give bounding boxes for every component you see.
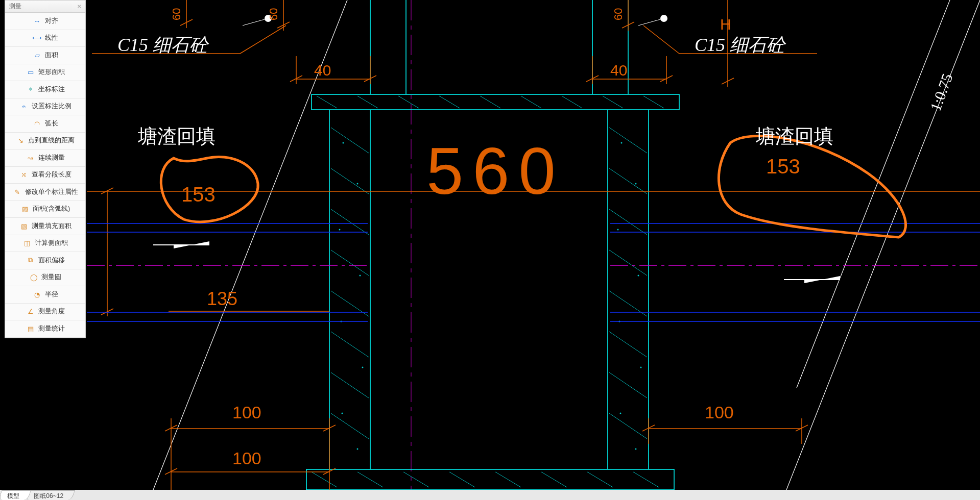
svg-rect-15 xyxy=(306,469,674,490)
dim-60a: 60 xyxy=(170,8,183,20)
fill-icon: ▧ xyxy=(19,221,29,231)
svg-line-32 xyxy=(317,96,337,108)
svg-line-21 xyxy=(331,332,369,357)
tool-continuous[interactable]: ↝连续测量 xyxy=(5,149,85,167)
tool-linear[interactable]: ⟷线性 xyxy=(5,30,85,47)
svg-point-60 xyxy=(638,275,639,277)
cont-icon: ↝ xyxy=(26,153,35,162)
stat-icon: ▤ xyxy=(26,324,35,333)
svg-line-19 xyxy=(331,250,369,276)
label-c15-left: C15 细石砼 xyxy=(117,35,209,55)
tool-area[interactable]: ▱面积 xyxy=(5,47,85,64)
svg-line-30 xyxy=(609,372,647,398)
dim-40a: 40 xyxy=(314,62,331,79)
svg-line-25 xyxy=(609,168,647,194)
dim-135: 135 xyxy=(207,288,237,309)
svg-line-31 xyxy=(609,413,647,439)
svg-line-46 xyxy=(541,472,567,487)
tool-arc[interactable]: ◠弧长 xyxy=(5,115,85,133)
tab-sheet[interactable]: 图纸06~12 xyxy=(25,490,75,500)
toolbox-header[interactable]: 测量 ✕ xyxy=(5,1,85,13)
svg-line-45 xyxy=(495,472,521,487)
area-icon: ▱ xyxy=(33,51,42,60)
svg-point-62 xyxy=(640,367,642,368)
svg-line-43 xyxy=(403,472,429,487)
tool-segment[interactable]: ⤭查看分段长度 xyxy=(5,167,85,184)
rect-icon: ▭ xyxy=(26,68,35,77)
layout-tabs: 模型 图纸06~12 xyxy=(0,490,980,500)
svg-point-51 xyxy=(339,229,341,231)
tool-circle[interactable]: ◯测量圆 xyxy=(5,269,85,287)
svg-line-33 xyxy=(357,96,378,108)
tool-coord[interactable]: ⌖坐标标注 xyxy=(5,81,85,98)
svg-line-24 xyxy=(609,128,647,153)
svg-point-58 xyxy=(635,183,637,185)
tool-rect-area[interactable]: ▭矩形面积 xyxy=(5,64,85,82)
svg-line-34 xyxy=(398,96,419,108)
svg-point-57 xyxy=(621,142,623,144)
svg-line-39 xyxy=(603,96,623,108)
svg-line-1 xyxy=(786,0,980,490)
align-icon: ↔ xyxy=(33,16,42,26)
svg-line-2 xyxy=(797,0,950,388)
svg-rect-10 xyxy=(312,94,679,110)
label-fill-right: 塘渣回填 xyxy=(755,126,833,147)
label-c15-right: C15 细石砼 xyxy=(695,35,786,55)
svg-line-27 xyxy=(609,250,647,276)
dim-40b: 40 xyxy=(610,62,627,79)
svg-point-63 xyxy=(620,413,622,414)
svg-point-55 xyxy=(342,413,343,414)
tool-offset[interactable]: ⧉面积偏移 xyxy=(5,252,85,269)
angle-icon: ∠ xyxy=(26,307,35,316)
tool-stat[interactable]: ▤测量统计 xyxy=(5,320,85,338)
radius-icon: ◔ xyxy=(33,290,42,299)
svg-line-47 xyxy=(587,472,613,487)
svg-line-82 xyxy=(240,26,286,54)
svg-line-29 xyxy=(609,332,647,357)
dim-100a: 100 xyxy=(232,403,261,422)
dim-100c: 100 xyxy=(232,448,261,468)
tool-side-area[interactable]: ◫计算侧面积 xyxy=(5,235,85,253)
svg-line-23 xyxy=(331,413,369,439)
svg-line-26 xyxy=(609,209,647,235)
svg-line-16 xyxy=(331,128,369,153)
dim-60b: 60 xyxy=(267,8,280,20)
arc-icon: ◠ xyxy=(33,119,42,128)
svg-line-35 xyxy=(439,96,460,108)
tab-model[interactable]: 模型 xyxy=(0,490,31,500)
svg-point-49 xyxy=(343,142,344,144)
svg-line-44 xyxy=(449,472,475,487)
tool-edit-dim[interactable]: ✎修改单个标注属性 xyxy=(5,184,85,201)
label-slope: 1:0.75 xyxy=(927,71,956,113)
tool-point-line[interactable]: ↘点到直线的距离 xyxy=(5,133,85,150)
measure-toolbox: 测量 ✕ ↔对齐 ⟷线性 ▱面积 ▭矩形面积 ⌖坐标标注 𝄐设置标注比例 ◠弧长… xyxy=(5,0,86,338)
dim-H: H xyxy=(720,16,731,33)
linear-icon: ⟷ xyxy=(33,34,42,43)
coord-icon: ⌖ xyxy=(26,85,35,94)
circle-icon: ◯ xyxy=(29,273,38,282)
dim-153-left: 153 xyxy=(181,183,216,206)
svg-line-18 xyxy=(331,209,369,235)
svg-point-50 xyxy=(357,183,358,185)
tool-fill-area[interactable]: ▧测量填充面积 xyxy=(5,218,85,235)
tool-align[interactable]: ↔对齐 xyxy=(5,13,85,30)
tool-area-arc[interactable]: ▨面积(含弧线) xyxy=(5,201,85,218)
svg-point-54 xyxy=(362,367,364,368)
svg-line-48 xyxy=(633,472,659,487)
tool-radius[interactable]: ◔半径 xyxy=(5,286,85,304)
svg-point-59 xyxy=(617,229,619,231)
cad-canvas[interactable]: 60 60 60 40 40 153 153 135 100 100 100 5… xyxy=(0,0,980,490)
offset-icon: ⧉ xyxy=(26,256,35,265)
toolbox-close-icon[interactable]: ✕ xyxy=(75,3,83,11)
areaarc-icon: ▨ xyxy=(20,205,30,214)
dim-153-right: 153 xyxy=(766,155,800,178)
tool-angle[interactable]: ∠测量角度 xyxy=(5,304,85,321)
svg-line-37 xyxy=(521,96,541,108)
tool-scale[interactable]: 𝄐设置标注比例 xyxy=(5,98,85,116)
seg-icon: ⤭ xyxy=(19,170,29,180)
scale-icon: 𝄐 xyxy=(19,102,29,111)
svg-line-22 xyxy=(331,372,369,398)
svg-point-56 xyxy=(357,448,358,450)
svg-line-36 xyxy=(480,96,500,108)
dim-100b: 100 xyxy=(705,403,734,422)
